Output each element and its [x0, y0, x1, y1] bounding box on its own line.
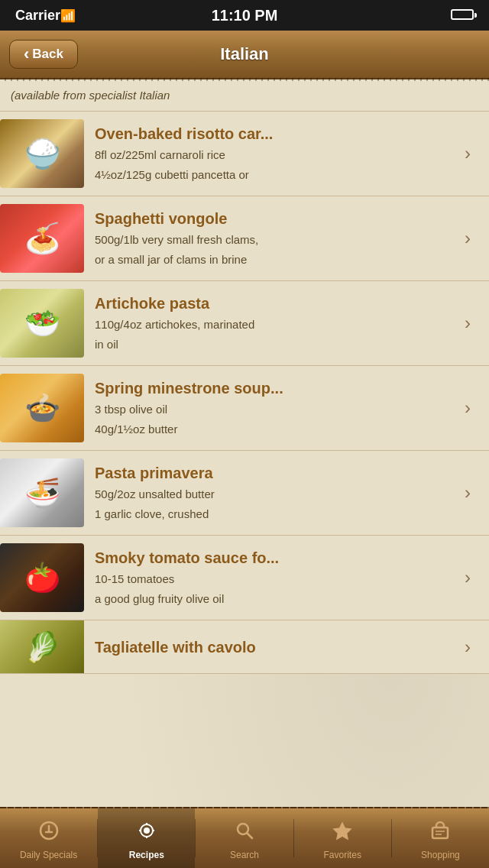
daily-specials-icon [38, 820, 60, 841]
chevron-icon-risotto: › [465, 143, 477, 164]
recipe-thumb-tagliatelle [0, 620, 84, 674]
recipe-list-container: Oven-baked risotto car... 8fl oz/225ml c… [0, 112, 489, 674]
favorites-icon [332, 820, 353, 847]
recipe-desc-risotto: 8fl oz/225ml carnaroli rice [95, 147, 458, 163]
svg-marker-9 [334, 823, 351, 839]
recipes-label: Recipes [129, 850, 164, 860]
recipe-title-tagliatelle: Tagliatelle with cavolo [95, 638, 458, 656]
recipe-item-smoky[interactable]: Smoky tomato sauce fo... 10-15 tomatoesa… [0, 536, 489, 620]
recipe-thumb-artichoke [0, 289, 84, 358]
recipe-info-spaghetti: Spaghetti vongole 500g/1lb very small fr… [95, 209, 458, 267]
recipe-title-smoky: Smoky tomato sauce fo... [95, 549, 458, 567]
battery-icon [451, 8, 474, 24]
favorites-icon [332, 820, 353, 841]
recipe-item-primavera[interactable]: Pasta primavera 50g/2oz unsalted butter1… [0, 451, 489, 536]
recipe-thumb-risotto [0, 119, 84, 188]
recipe-desc-minestrone: 3 tbsp olive oil [95, 401, 458, 417]
tab-daily-specials[interactable]: Daily Specials [0, 808, 97, 868]
tab-recipes[interactable]: Recipes [98, 808, 195, 868]
nav-bar: Back Italian [0, 31, 489, 79]
tab-bar: Daily Specials Recipes Search Favorites … [0, 807, 489, 868]
recipe-desc-artichoke: in oil [95, 336, 458, 352]
tab-shopping[interactable]: Shopping [392, 808, 489, 868]
recipe-info-tagliatelle: Tagliatelle with cavolo [95, 638, 458, 656]
svg-point-1 [144, 828, 150, 834]
recipe-info-risotto: Oven-baked risotto car... 8fl oz/225ml c… [95, 125, 458, 183]
shopping-icon [429, 820, 451, 847]
tab-search[interactable]: Search [196, 808, 293, 868]
recipe-item-artichoke[interactable]: Artichoke pasta 110g/4oz artichokes, mar… [0, 281, 489, 366]
recipe-desc-artichoke: 110g/4oz artichokes, marinated [95, 316, 458, 332]
partial-text: (available from specialist Italian [11, 89, 170, 102]
recipe-title-primavera: Pasta primavera [95, 464, 458, 482]
chevron-icon-spaghetti: › [465, 228, 477, 249]
favorites-label: Favorites [324, 850, 361, 860]
partial-top-item: (available from specialist Italian [0, 79, 489, 112]
chevron-icon-tagliatelle: › [465, 636, 477, 658]
recipe-thumb-primavera [0, 458, 84, 527]
recipe-title-risotto: Oven-baked risotto car... [95, 125, 458, 143]
recipe-info-smoky: Smoky tomato sauce fo... 10-15 tomatoesa… [95, 549, 458, 607]
search-icon [234, 820, 255, 847]
recipe-desc-primavera: 1 garlic clove, crushed [95, 506, 458, 522]
recipes-icon [136, 820, 157, 841]
shopping-icon [429, 820, 451, 841]
time-label: 11:10 PM [212, 7, 278, 24]
svg-rect-10 [432, 828, 448, 838]
recipe-desc-spaghetti: or a small jar of clams in brine [95, 251, 458, 267]
chevron-icon-smoky: › [465, 567, 477, 588]
recipe-item-tagliatelle[interactable]: Tagliatelle with cavolo › [0, 620, 489, 674]
carrier-label: Carrier [15, 8, 60, 24]
shopping-label: Shopping [421, 850, 460, 860]
wifi-icon: 📶 [60, 8, 76, 23]
recipe-desc-spaghetti: 500g/1lb very small fresh clams, [95, 232, 458, 248]
recipe-item-spaghetti[interactable]: Spaghetti vongole 500g/1lb very small fr… [0, 196, 489, 281]
daily-specials-label: Daily Specials [20, 850, 77, 860]
svg-line-8 [248, 833, 253, 838]
daily-specials-icon [38, 820, 60, 847]
chevron-icon-artichoke: › [465, 313, 477, 334]
recipe-title-minestrone: Spring minestrone soup... [95, 379, 458, 397]
recipe-list: (available from specialist Italian Oven-… [0, 79, 489, 807]
recipe-thumb-smoky [0, 543, 84, 612]
recipe-title-spaghetti: Spaghetti vongole [95, 209, 458, 228]
back-button[interactable]: Back [9, 40, 78, 69]
recipe-info-primavera: Pasta primavera 50g/2oz unsalted butter1… [95, 464, 458, 522]
recipe-thumb-minestrone [0, 374, 84, 442]
recipe-title-artichoke: Artichoke pasta [95, 294, 458, 313]
recipe-desc-risotto: 4½oz/125g cubetti pancetta or [95, 167, 458, 183]
recipe-desc-minestrone: 40g/1½oz butter [95, 421, 458, 437]
recipe-item-risotto[interactable]: Oven-baked risotto car... 8fl oz/225ml c… [0, 112, 489, 196]
recipes-icon [136, 820, 157, 847]
chevron-icon-minestrone: › [465, 397, 477, 419]
recipe-desc-smoky: a good glug fruity olive oil [95, 591, 458, 607]
status-bar: Carrier 📶 11:10 PM [0, 0, 489, 31]
recipe-info-artichoke: Artichoke pasta 110g/4oz artichokes, mar… [95, 294, 458, 352]
tab-favorites[interactable]: Favorites [294, 808, 391, 868]
chevron-icon-primavera: › [465, 482, 477, 504]
recipe-info-minestrone: Spring minestrone soup... 3 tbsp olive o… [95, 379, 458, 437]
page-title: Italian [220, 44, 269, 64]
recipe-desc-primavera: 50g/2oz unsalted butter [95, 486, 458, 502]
recipe-item-minestrone[interactable]: Spring minestrone soup... 3 tbsp olive o… [0, 366, 489, 451]
search-label: Search [230, 850, 259, 860]
recipe-desc-smoky: 10-15 tomatoes [95, 571, 458, 587]
search-icon [234, 820, 255, 841]
recipe-thumb-spaghetti [0, 204, 84, 273]
